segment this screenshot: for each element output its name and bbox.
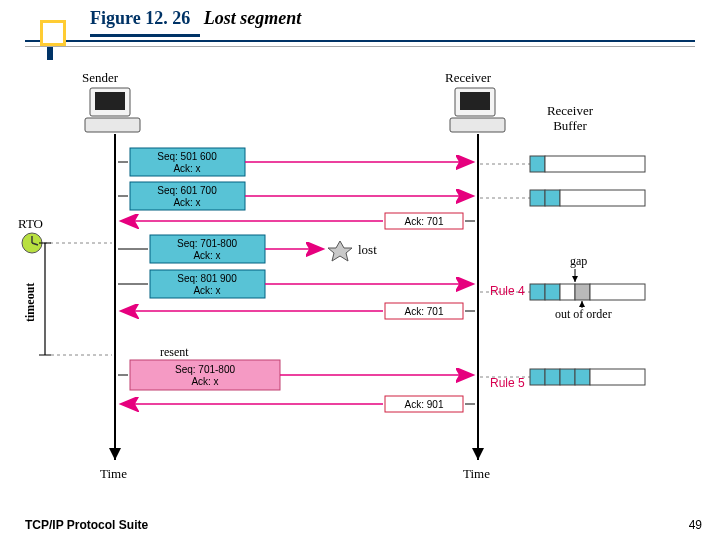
- svg-text:Seq: 501 600: Seq: 501 600: [157, 151, 217, 162]
- receiver-computer-icon: Receiver: [445, 70, 505, 132]
- svg-text:Ack: 901: Ack: 901: [405, 399, 444, 410]
- svg-rect-47: [545, 284, 560, 300]
- page-number: 49: [689, 518, 702, 532]
- svg-rect-5: [450, 118, 505, 132]
- svg-text:Ack: x: Ack: x: [173, 197, 200, 208]
- svg-text:Ack: 701: Ack: 701: [405, 306, 444, 317]
- lost-label: lost: [358, 242, 377, 257]
- bullet-square-icon: [40, 20, 66, 46]
- segment-3-lost: Seq: 701-800 Ack: x lost: [118, 235, 377, 263]
- svg-text:Seq: 601 700: Seq: 601 700: [157, 185, 217, 196]
- svg-text:Seq: 701-800: Seq: 701-800: [177, 238, 237, 249]
- horizontal-rule: [25, 40, 695, 42]
- svg-text:RTO: RTO: [18, 216, 43, 231]
- svg-rect-22: [560, 190, 645, 206]
- segment-5-resent: resent Seq: 701-800 Ack: x: [118, 345, 472, 390]
- rule-5-label: Rule 5: [490, 376, 525, 390]
- svg-text:Ack: x: Ack: x: [191, 376, 218, 387]
- svg-rect-48: [560, 284, 575, 300]
- svg-text:gap: gap: [570, 254, 587, 268]
- title-underline: [90, 34, 200, 37]
- svg-rect-1: [95, 92, 125, 110]
- svg-text:Seq: 701-800: Seq: 701-800: [175, 364, 235, 375]
- svg-rect-50: [590, 284, 645, 300]
- slide-title: Figure 12. 26 Lost segment: [90, 8, 301, 29]
- svg-rect-69: [545, 369, 560, 385]
- rto-timer: RTO: [18, 216, 112, 253]
- segment-2: Seq: 601 700 Ack: x: [118, 182, 472, 210]
- svg-marker-37: [328, 241, 352, 261]
- svg-text:out of order: out of order: [555, 307, 612, 321]
- slide-title-bar: Figure 12. 26 Lost segment: [0, 0, 720, 40]
- sender-computer-icon: Sender: [82, 70, 140, 132]
- figure-title: Lost segment: [204, 8, 302, 28]
- buffer-row-2: [480, 190, 645, 206]
- svg-text:Ack: 701: Ack: 701: [405, 216, 444, 227]
- svg-rect-12: [530, 156, 545, 172]
- rule-4-label: Rule 4: [490, 284, 525, 298]
- svg-rect-21: [545, 190, 560, 206]
- svg-rect-46: [530, 284, 545, 300]
- svg-text:Ack: x: Ack: x: [193, 285, 220, 296]
- svg-text:timeout: timeout: [23, 283, 37, 322]
- sender-label: Sender: [82, 70, 119, 85]
- svg-text:Ack: x: Ack: x: [173, 163, 200, 174]
- svg-rect-49: [575, 284, 590, 300]
- segment-4: Seq: 801 900 Ack: x: [118, 270, 472, 298]
- svg-text:Seq: 801 900: Seq: 801 900: [177, 273, 237, 284]
- svg-text:Ack: x: Ack: x: [193, 250, 220, 261]
- receiver-label: Receiver: [445, 70, 492, 85]
- figure-number: Figure 12. 26: [90, 8, 190, 28]
- svg-rect-4: [460, 92, 490, 110]
- buffer-row-1: [480, 156, 645, 172]
- horizontal-rule-shadow: [25, 46, 695, 47]
- svg-rect-20: [530, 190, 545, 206]
- ack-1: Ack: 701: [122, 213, 475, 229]
- segment-1: Seq: 501 600 Ack: x: [118, 148, 472, 176]
- svg-rect-2: [85, 118, 140, 132]
- svg-rect-71: [575, 369, 590, 385]
- footer-text: TCP/IP Protocol Suite: [25, 518, 148, 532]
- time-label-left: Time: [100, 466, 127, 481]
- svg-rect-72: [590, 369, 645, 385]
- svg-rect-70: [560, 369, 575, 385]
- timeout-bracket: timeout: [23, 243, 112, 355]
- svg-rect-68: [530, 369, 545, 385]
- lost-segment-diagram: Sender Receiver Time Time Receiver Buffe…: [0, 60, 720, 490]
- time-label-right: Time: [463, 466, 490, 481]
- svg-rect-13: [545, 156, 645, 172]
- buffer-label-2: Buffer: [553, 118, 587, 133]
- resent-label: resent: [160, 345, 189, 359]
- buffer-label-1: Receiver: [547, 103, 594, 118]
